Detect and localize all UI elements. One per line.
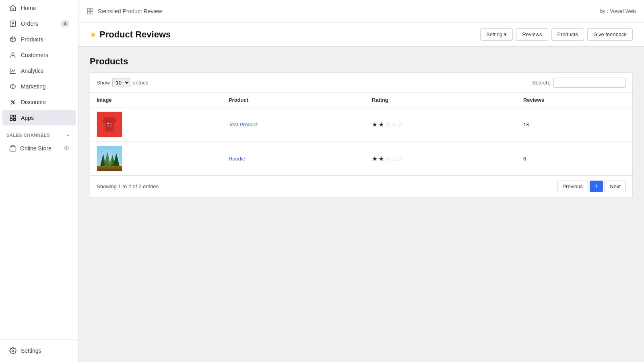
table-row: Test Product★★☆☆☆13 bbox=[90, 107, 632, 142]
reviews-button[interactable]: Reviews bbox=[516, 28, 548, 41]
sidebar-item-marketing-label: Marketing bbox=[21, 83, 45, 90]
apps-icon bbox=[9, 114, 17, 122]
sidebar-item-discounts[interactable]: Discounts bbox=[2, 95, 76, 110]
product-reviews-cell: 6 bbox=[517, 142, 632, 176]
entries-label: entries bbox=[133, 80, 149, 86]
star-filled: ★ bbox=[372, 121, 378, 128]
showing-text: Showing 1 to 2 of 2 entries bbox=[97, 183, 159, 189]
svg-point-1 bbox=[12, 53, 14, 55]
page-actions: Setting ▾ Reviews Products Give feedback bbox=[480, 28, 633, 41]
sidebar: Home Orders 4 Products Customers bbox=[0, 0, 78, 362]
col-reviews: Reviews bbox=[517, 93, 632, 107]
title-star-icon: ★ bbox=[90, 30, 96, 39]
previous-button[interactable]: Previous bbox=[557, 181, 588, 192]
star-filled: ★ bbox=[378, 121, 384, 128]
search-input[interactable] bbox=[553, 78, 626, 88]
topbar-right: by : Vowel Web bbox=[600, 8, 636, 14]
hoodie-image bbox=[97, 146, 122, 171]
sidebar-item-products[interactable]: Products bbox=[2, 32, 76, 47]
setting-dropdown-arrow: ▾ bbox=[504, 31, 507, 37]
stensiled-icon bbox=[87, 8, 94, 15]
svg-rect-19 bbox=[110, 125, 111, 127]
svg-point-9 bbox=[64, 146, 69, 149]
show-entries-select[interactable]: 10 25 50 bbox=[112, 78, 130, 87]
svg-rect-26 bbox=[97, 166, 122, 171]
sidebar-item-marketing[interactable]: Marketing bbox=[2, 79, 76, 94]
topbar-app-name: Stensiled Product Review bbox=[98, 8, 162, 14]
sidebar-item-settings-label: Settings bbox=[21, 348, 41, 354]
setting-button[interactable]: Setting ▾ bbox=[480, 28, 513, 41]
product-rating-cell: ★★☆☆☆ bbox=[365, 142, 517, 176]
next-button[interactable]: Next bbox=[605, 181, 626, 192]
product-rating-cell: ★★☆☆☆ bbox=[365, 107, 517, 142]
marketing-icon bbox=[9, 82, 17, 90]
svg-rect-12 bbox=[87, 8, 90, 11]
pagination: Previous 1 Next bbox=[557, 181, 626, 192]
svg-rect-14 bbox=[87, 11, 90, 14]
search-control: Search: bbox=[532, 78, 626, 88]
svg-rect-13 bbox=[91, 8, 93, 11]
sidebar-item-home[interactable]: Home bbox=[2, 0, 76, 16]
svg-rect-5 bbox=[14, 115, 16, 117]
page-1-button[interactable]: 1 bbox=[590, 181, 603, 192]
star-empty: ☆ bbox=[398, 121, 403, 128]
sidebar-item-apps[interactable]: Apps bbox=[2, 110, 76, 125]
product-link[interactable]: Hoodie bbox=[229, 156, 245, 162]
sidebar-item-apps-label: Apps bbox=[21, 115, 34, 121]
topbar: Stensiled Product Review by : Vowel Web bbox=[78, 0, 644, 23]
sidebar-item-customers[interactable]: Customers bbox=[2, 47, 76, 63]
orders-badge: 4 bbox=[61, 21, 69, 27]
online-store-label: Online Store bbox=[20, 145, 52, 152]
sidebar-item-products-label: Products bbox=[21, 36, 43, 43]
product-name-cell[interactable]: Test Product bbox=[222, 107, 365, 142]
settings-icon bbox=[9, 347, 17, 355]
show-entries-control: Show 10 25 50 entries bbox=[97, 78, 149, 87]
orders-icon bbox=[9, 20, 17, 28]
sidebar-item-settings[interactable]: Settings bbox=[2, 343, 76, 358]
star-empty: ☆ bbox=[398, 155, 403, 162]
sidebar-item-orders-label: Orders bbox=[21, 21, 38, 27]
svg-point-11 bbox=[12, 350, 14, 352]
main-content: Stensiled Product Review by : Vowel Web … bbox=[78, 0, 644, 362]
page-header: ★ Product Reviews Setting ▾ Reviews Prod… bbox=[78, 23, 644, 47]
show-label: Show bbox=[97, 80, 110, 86]
add-sales-channel-button[interactable]: + bbox=[64, 132, 72, 139]
product-image-cell bbox=[90, 107, 222, 142]
topbar-by-label: by : Vowel Web bbox=[600, 8, 636, 14]
sales-channels-section: SALES CHANNELS + bbox=[0, 126, 78, 140]
sidebar-nav: Home Orders 4 Products Customers bbox=[0, 0, 78, 339]
product-name-cell[interactable]: Hoodie bbox=[222, 142, 365, 176]
content-area: Products Show 10 25 50 entries Search: bbox=[78, 47, 644, 362]
online-store-eye-icon[interactable] bbox=[64, 145, 69, 152]
sidebar-item-analytics[interactable]: Analytics bbox=[2, 63, 76, 78]
page-title: Product Reviews bbox=[99, 29, 171, 40]
sidebar-item-orders[interactable]: Orders 4 bbox=[2, 16, 76, 31]
svg-point-2 bbox=[11, 101, 12, 102]
svg-rect-7 bbox=[14, 119, 16, 121]
products-header-button[interactable]: Products bbox=[551, 28, 584, 41]
products-section-heading: Products bbox=[90, 56, 633, 67]
product-link[interactable]: Test Product bbox=[229, 121, 258, 128]
table-footer: Showing 1 to 2 of 2 entries Previous 1 N… bbox=[90, 175, 632, 197]
star-filled: ★ bbox=[372, 155, 378, 162]
col-product: Product bbox=[222, 93, 365, 107]
table-controls: Show 10 25 50 entries Search: bbox=[90, 73, 632, 93]
svg-rect-6 bbox=[10, 119, 12, 121]
star-rating: ★★☆☆☆ bbox=[372, 155, 510, 162]
sidebar-item-home-label: Home bbox=[21, 5, 36, 11]
table-row: Hoodie★★☆☆☆6 bbox=[90, 142, 632, 176]
give-feedback-button[interactable]: Give feedback bbox=[587, 28, 633, 41]
svg-rect-15 bbox=[91, 11, 93, 14]
product-image-cell bbox=[90, 142, 222, 176]
products-icon bbox=[9, 35, 17, 43]
star-empty: ☆ bbox=[391, 121, 397, 128]
topbar-left: Stensiled Product Review bbox=[87, 8, 162, 15]
sidebar-item-online-store[interactable]: Online Store bbox=[2, 141, 76, 156]
svg-point-10 bbox=[66, 147, 67, 148]
sidebar-bottom: Settings bbox=[0, 339, 78, 362]
home-icon bbox=[9, 4, 17, 12]
discounts-icon bbox=[9, 98, 17, 106]
products-table: Image Product Rating Reviews bbox=[90, 93, 632, 175]
star-empty: ☆ bbox=[385, 121, 390, 128]
table-header-row: Image Product Rating Reviews bbox=[90, 93, 632, 107]
